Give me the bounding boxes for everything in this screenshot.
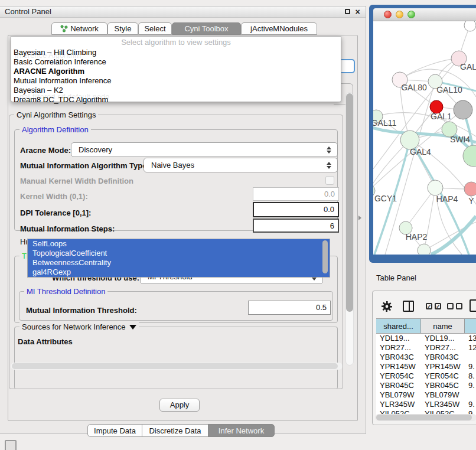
data-attribute-item[interactable]: TopologicalCoefficient [28, 249, 330, 258]
data-attribute-item[interactable]: gal4RGexp [28, 268, 330, 277]
table-cell[interactable]: 12 [465, 343, 476, 353]
table-column-header[interactable] [465, 318, 476, 334]
table-cell[interactable]: YDL19... [421, 334, 465, 343]
aracne-mode-combo[interactable]: Discovery [71, 142, 338, 157]
table-cell[interactable]: YDR27... [421, 343, 465, 353]
tab-jactivemnodules[interactable]: jActiveMNodules [241, 22, 317, 35]
bottom-tab-discretize-data[interactable]: Discretize Data [142, 424, 208, 437]
algorithm-option[interactable]: Dream8 DC_TDC Algorithm [13, 95, 339, 105]
expanded-arrow-icon[interactable] [129, 325, 136, 330]
table-cell[interactable]: YDL19... [376, 334, 421, 343]
network-window-titlebar[interactable] [373, 8, 476, 21]
algorithm-option[interactable]: ARACNE Algorithm [13, 67, 339, 76]
table-cell[interactable]: 9. [465, 362, 476, 371]
table-cell[interactable]: YBR043C [376, 353, 421, 362]
data-attribute-item[interactable]: BetweennessCentrality [28, 258, 330, 268]
kernel-width-input[interactable]: 0.0 [253, 187, 339, 201]
dock-icon[interactable] [5, 440, 17, 450]
mi-steps-input[interactable]: 6 [253, 219, 339, 233]
table-row[interactable]: YBR043CYBR043C [376, 353, 476, 362]
network-node[interactable] [428, 180, 443, 195]
table-row[interactable]: YPR145WYPR145W9. [376, 362, 476, 371]
apply-button[interactable]: Apply [159, 399, 200, 412]
table-cell[interactable]: YER054C [376, 371, 421, 381]
table-panel: ✓✓ shared...name YDL19...YDL19...13YDR27… [372, 291, 476, 425]
algorithm-option[interactable]: Mutual Information Inference [13, 76, 339, 86]
network-icon [60, 25, 68, 32]
spinner-icon[interactable] [327, 146, 332, 154]
algorithm-option[interactable]: Bayesian – Hill Climbing [13, 48, 339, 57]
table-cell[interactable]: YPR145W [421, 362, 465, 371]
network-view[interactable]: GALGAL80GAL10GAL1GAL11SWI4GAL4GCY1HAP4YH… [373, 21, 476, 255]
document-icon[interactable] [470, 299, 476, 312]
data-attribute-item[interactable]: SelfLoops [28, 239, 330, 249]
split-columns-icon[interactable] [403, 301, 414, 312]
table-cell[interactable]: YBR045C [376, 381, 421, 390]
zoom-traffic-icon[interactable] [407, 11, 415, 18]
table-row[interactable]: YBR045CYBR045C9. [376, 381, 476, 390]
table-row[interactable]: YER054CYER054C8. [376, 371, 476, 381]
spinner-icon[interactable] [327, 161, 332, 169]
settings-scrollbar-thumb[interactable] [346, 93, 353, 312]
table-cell[interactable]: YDR27... [376, 343, 421, 353]
table-cell[interactable]: 9. [465, 400, 476, 409]
tab-style[interactable]: Style [107, 22, 138, 35]
select-all-columns-icon[interactable]: ✓✓ [426, 303, 441, 309]
tab-cyni-toolbox[interactable]: Cyni Toolbox [172, 22, 241, 35]
table-cell[interactable]: YER054C [421, 371, 465, 381]
bottom-tab-impute-data[interactable]: Impute Data [87, 424, 142, 437]
table-cell[interactable]: 8. [465, 371, 476, 381]
manual-kernel-checkbox[interactable] [325, 176, 334, 185]
table-cell[interactable]: YLR345W [376, 400, 421, 409]
table-row[interactable]: YDR27...YDR27...12 [376, 343, 476, 353]
network-node-label: GAL80 [401, 83, 427, 92]
table-row[interactable]: YLR345WYLR345W9. [376, 400, 476, 409]
mi-type-combo[interactable]: Naive Bayes [144, 158, 338, 172]
gear-icon[interactable] [381, 301, 393, 312]
splitter-arrow-icon[interactable] [358, 216, 361, 220]
table-cell[interactable] [465, 353, 476, 362]
table-cell[interactable]: YBL079W [376, 390, 421, 400]
mi-threshold-input[interactable]: 0.5 [248, 301, 331, 315]
network-node-label: GAL10 [436, 85, 462, 94]
close-icon[interactable]: × [354, 8, 361, 16]
minimize-traffic-icon[interactable] [396, 11, 403, 18]
table-row[interactable]: YBL079WYBL079W [376, 390, 476, 400]
network-canvas[interactable]: GALGAL80GAL10GAL1GAL11SWI4GAL4GCY1HAP4YH… [373, 21, 476, 255]
tab-network[interactable]: Network [51, 22, 107, 35]
table-column-header[interactable]: name [421, 318, 465, 334]
network-node[interactable] [464, 21, 476, 31]
table-cell[interactable]: YLR345W [421, 400, 465, 409]
control-panel-titlebar[interactable]: Control Panel × [0, 6, 366, 18]
table-cell[interactable]: 9. [465, 381, 476, 390]
network-node[interactable] [454, 100, 472, 119]
table-row[interactable]: YDL19...YDL19...13 [376, 334, 476, 343]
settings-hscrollbar-thumb[interactable] [12, 363, 338, 369]
dpi-tolerance-input[interactable]: 0.0 [253, 202, 339, 217]
data-attributes-list[interactable]: SelfLoopsTopologicalCoefficientBetweenne… [27, 239, 330, 278]
table-cell[interactable]: YPR145W [376, 362, 421, 371]
network-node[interactable] [464, 182, 476, 196]
table-cell[interactable]: 13 [465, 334, 476, 343]
table-cell[interactable] [465, 390, 476, 400]
algorithm-option[interactable]: Basic Correlation Inference [13, 57, 339, 67]
list-scrollbar[interactable] [322, 240, 328, 273]
algorithm-option[interactable]: Bayesian – K2 [13, 86, 339, 95]
node-table[interactable]: shared...name YDL19...YDL19...13YDR27...… [376, 318, 476, 416]
aracne-mode-value: Discovery [79, 145, 112, 154]
table-cell[interactable]: YBR045C [421, 381, 465, 390]
network-node-label: Y [468, 196, 474, 206]
network-node[interactable] [463, 145, 476, 167]
float-icon[interactable] [344, 8, 351, 16]
table-column-header[interactable]: shared... [376, 318, 421, 334]
network-edge[interactable] [431, 216, 476, 255]
tab-select[interactable]: Select [138, 22, 172, 35]
unselect-all-columns-icon[interactable] [447, 303, 462, 309]
sources-title[interactable]: Sources for Network Inference [19, 322, 139, 331]
table-cell[interactable]: YBL079W [421, 390, 465, 400]
close-traffic-icon[interactable] [384, 11, 392, 18]
table-cell[interactable]: YBR043C [421, 353, 465, 362]
network-node[interactable] [418, 244, 431, 255]
table-hscrollbar-thumb[interactable] [376, 415, 472, 420]
bottom-tab-infer-network[interactable]: Infer Network [208, 424, 275, 437]
